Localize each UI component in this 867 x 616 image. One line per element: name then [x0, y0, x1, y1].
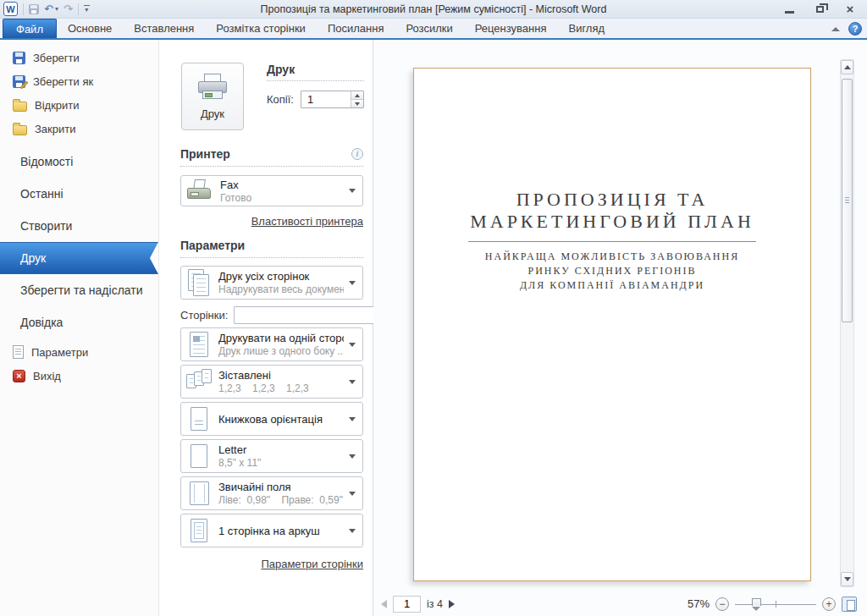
page-navigator: із 4 — [381, 591, 455, 616]
page-setup-link[interactable]: Параметри сторінки — [261, 558, 363, 570]
sidebar-item-help[interactable]: Довідка — [0, 306, 158, 338]
orientation-select[interactable]: Книжкова орієнтація — [180, 402, 363, 436]
printer-info-icon[interactable]: i — [351, 148, 363, 160]
sidebar-item-close[interactable]: Закрити — [0, 117, 158, 140]
options-icon — [13, 345, 24, 359]
chevron-down-icon — [349, 281, 356, 285]
letter-page-icon — [186, 442, 213, 470]
collated-icon — [186, 367, 213, 396]
paper-size-select[interactable]: Letter 8,5" x 11" — [180, 439, 363, 473]
document-subtitle: НАЙКРАЩА МОЖЛИВІСТЬ ЗАВОЮВАННЯ РИНКУ СХІ… — [414, 250, 810, 293]
fax-printer-icon — [186, 179, 213, 203]
tab-references[interactable]: Посилання — [317, 19, 395, 38]
sidebar-item-save-and-send[interactable]: Зберегти та надіслати — [0, 274, 158, 306]
scroll-up-button[interactable] — [841, 60, 853, 74]
zoom-out-button[interactable]: − — [715, 597, 729, 611]
tab-insert[interactable]: Вставлення — [123, 19, 205, 38]
document-page-preview: ПРОПОЗИЦІЯ ТА МАРКЕТИНГОВИЙ ПЛАН НАЙКРАЩ… — [413, 68, 811, 581]
tab-mailings[interactable]: Розсилки — [395, 19, 463, 38]
chevron-down-icon — [349, 492, 356, 496]
quick-access-toolbar: W ↶ ▾ ↷ ▾ — [0, 2, 90, 16]
save-as-icon — [13, 75, 25, 88]
tab-file[interactable]: Файл — [3, 19, 57, 38]
printer-status: Готово — [220, 192, 344, 204]
close-icon: × — [847, 3, 854, 15]
zoom-slider-midpoint — [776, 601, 776, 608]
pages-per-sheet-select[interactable]: 1 сторінка на аркуш — [180, 514, 363, 547]
minimize-button[interactable] — [777, 2, 801, 16]
chevron-down-icon — [349, 529, 356, 533]
chevron-down-icon — [349, 189, 356, 193]
down-arrow-icon — [844, 577, 851, 581]
copies-increment-button[interactable] — [351, 91, 363, 99]
pages-input[interactable] — [234, 306, 393, 324]
sidebar-item-exit[interactable]: × Вихід — [0, 364, 158, 388]
title-rule — [468, 241, 756, 242]
zoom-level[interactable]: 57% — [688, 597, 710, 610]
copies-decrement-button[interactable] — [351, 99, 363, 107]
tab-review[interactable]: Рецензування — [464, 19, 558, 38]
sidebar-item-options[interactable]: Параметри — [0, 340, 158, 364]
print-button[interactable]: Друк — [181, 63, 244, 130]
sidebar-item-info[interactable]: Відомості — [0, 146, 158, 178]
zoom-controls: 57% − + — [688, 591, 857, 616]
restore-button[interactable] — [808, 2, 831, 16]
sidebar-item-save-as[interactable]: Зберегти як — [0, 69, 158, 93]
undo-dropdown-icon[interactable]: ▾ — [55, 6, 58, 13]
close-document-icon — [13, 125, 27, 135]
previous-page-icon[interactable] — [381, 600, 387, 608]
redo-icon[interactable]: ↷ — [64, 3, 73, 14]
preview-scrollbar[interactable] — [840, 59, 854, 587]
divider — [267, 80, 364, 81]
print-preview-area: ПРОПОЗИЦІЯ ТА МАРКЕТИНГОВИЙ ПЛАН НАЙКРАЩ… — [373, 40, 867, 616]
document-title: ПРОПОЗИЦІЯ ТА МАРКЕТИНГОВИЙ ПЛАН — [414, 189, 810, 233]
window-controls: × — [777, 2, 862, 16]
collapse-ribbon-icon[interactable] — [831, 27, 840, 31]
printer-properties-link[interactable]: Властивості принтера — [251, 215, 363, 228]
next-page-icon[interactable] — [449, 600, 455, 608]
current-page-input[interactable] — [393, 596, 421, 613]
scrollbar-thumb[interactable] — [842, 79, 853, 322]
scroll-down-button[interactable] — [841, 572, 853, 586]
chevron-down-icon — [349, 343, 356, 347]
printer-section-title: Принтер — [180, 147, 230, 161]
settings-section-title: Параметри — [180, 239, 245, 252]
preview-status-bar: із 4 57% − + — [373, 591, 867, 616]
printer-name: Fax — [220, 179, 344, 191]
tab-home[interactable]: Основне — [57, 19, 123, 38]
divider — [180, 166, 363, 167]
divider — [23, 3, 24, 15]
print-range-select[interactable]: Друк усіх сторінок Надрукувати весь доку… — [180, 266, 363, 300]
duplex-select[interactable]: Друкувати на одній стороні Друк лише з о… — [180, 327, 363, 361]
exit-icon: × — [13, 370, 25, 382]
margins-select[interactable]: Звичайні поля Ліве: 0,98" Праве: 0,59" — [180, 476, 363, 510]
tab-page-layout[interactable]: Розмітка сторінки — [205, 19, 317, 38]
undo-icon[interactable]: ↶ — [44, 3, 53, 14]
margins-icon — [186, 479, 213, 508]
sidebar-item-open[interactable]: Відкрити — [0, 93, 158, 117]
fit-page-button[interactable] — [842, 597, 857, 612]
close-button[interactable]: × — [838, 2, 862, 16]
collation-select[interactable]: Зіставлені 1,2,3 1,2,3 1,2,3 — [180, 365, 363, 399]
sidebar-item-new[interactable]: Створити — [0, 210, 158, 242]
sidebar-item-save[interactable]: Зберегти — [0, 46, 158, 69]
zoom-slider-thumb[interactable] — [752, 598, 761, 606]
sidebar-item-recent[interactable]: Останні — [0, 178, 158, 210]
quick-save-icon[interactable] — [29, 4, 39, 14]
sidebar-item-print[interactable]: Друк — [0, 242, 158, 274]
save-icon — [13, 52, 25, 64]
title-bar: Пропозиція та маркетинговий план [Режим … — [0, 0, 867, 19]
print-section-title: Друк — [267, 63, 364, 76]
help-icon[interactable]: ? — [848, 22, 862, 36]
page-total-label: із 4 — [427, 598, 443, 610]
divider — [180, 257, 363, 258]
zoom-in-button[interactable]: + — [822, 597, 836, 611]
customize-qat-icon[interactable]: ▾ — [84, 5, 90, 14]
printer-select[interactable]: Fax Готово — [180, 175, 363, 206]
open-icon — [13, 102, 27, 112]
backstage-sidebar: Зберегти Зберегти як Відкрити Закрити Ві… — [0, 40, 159, 616]
tab-view[interactable]: Вигляд — [557, 19, 616, 38]
down-arrow-icon — [355, 102, 360, 106]
zoom-slider[interactable] — [735, 597, 816, 611]
word-logo-icon[interactable]: W — [3, 2, 18, 16]
